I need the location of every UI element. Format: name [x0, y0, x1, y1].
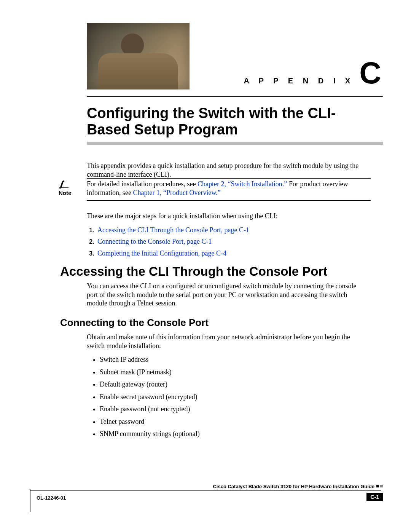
footer-guide-title: Cisco Catalyst Blade Switch 3120 for HP … — [213, 484, 374, 489]
appendix-header: A P P E N D I X C — [244, 61, 381, 85]
list-item: Enable password (not encrypted) — [100, 405, 368, 414]
rule-thick — [87, 142, 383, 145]
step-link-3[interactable]: Completing the Initial Configuration, pa… — [97, 249, 226, 257]
rule-thin — [87, 96, 383, 97]
list-item: Completing the Initial Configuration, pa… — [96, 249, 368, 258]
appendix-label: A P P E N D I X — [244, 77, 354, 85]
subsection-heading: Connecting to the Console Port — [60, 317, 209, 329]
footer-square-icon — [380, 485, 383, 487]
step-list: Accessing the CLI Through the Console Po… — [87, 226, 368, 258]
list-item: Switch IP address — [100, 355, 368, 364]
footer-page-number: C-1 — [366, 493, 383, 501]
list-item: Connecting to the Console Port, page C-1 — [96, 237, 368, 246]
footer-doc-number: OL-12246-01 — [37, 495, 66, 501]
list-item: Accessing the CLI Through the Console Po… — [96, 226, 368, 235]
link-chapter-2[interactable]: Chapter 2, “Switch Installation.” — [198, 180, 287, 188]
steps-intro: These are the major steps for a quick in… — [87, 212, 368, 220]
intro-paragraph: This appendix provides a quick installat… — [87, 161, 368, 179]
step-link-1[interactable]: Accessing the CLI Through the Console Po… — [97, 226, 249, 234]
list-item: SNMP community strings (optional) — [100, 430, 368, 438]
section-heading: Accessing the CLI Through the Console Po… — [60, 264, 327, 279]
appendix-letter: C — [359, 61, 381, 85]
chapter-title: Configuring the Switch with the CLI-Base… — [87, 105, 361, 137]
list-item: Telnet password — [100, 417, 368, 426]
list-item: Enable secret password (encrypted) — [100, 393, 368, 401]
link-chapter-1[interactable]: Chapter 1, “Product Overview.” — [133, 189, 220, 197]
note-rule-top — [87, 178, 371, 179]
note-text: For detailed installation procedures, se… — [87, 180, 371, 198]
step-link-2[interactable]: Connecting to the Console Port, page C-1 — [97, 238, 212, 245]
bullet-list: Switch IP address Subnet mask (IP netmas… — [87, 355, 368, 438]
footer-left-rule — [30, 489, 30, 512]
pencil-icon — [59, 180, 69, 189]
list-item: Subnet mask (IP netmask) — [100, 368, 368, 377]
note-label: Note — [59, 190, 71, 196]
list-item: Default gateway (router) — [100, 380, 368, 389]
note-block: Note For detailed installation procedure… — [59, 180, 371, 198]
section-body: You can access the CLI on a configured o… — [87, 282, 368, 308]
note-rule-bottom — [87, 200, 371, 201]
footer-rule — [30, 490, 381, 491]
subsection-intro: Obtain and make note of this information… — [87, 333, 368, 350]
header-photo — [87, 23, 190, 89]
footer-square-icon — [376, 485, 379, 487]
note-text-1: For detailed installation procedures, se… — [87, 180, 198, 188]
